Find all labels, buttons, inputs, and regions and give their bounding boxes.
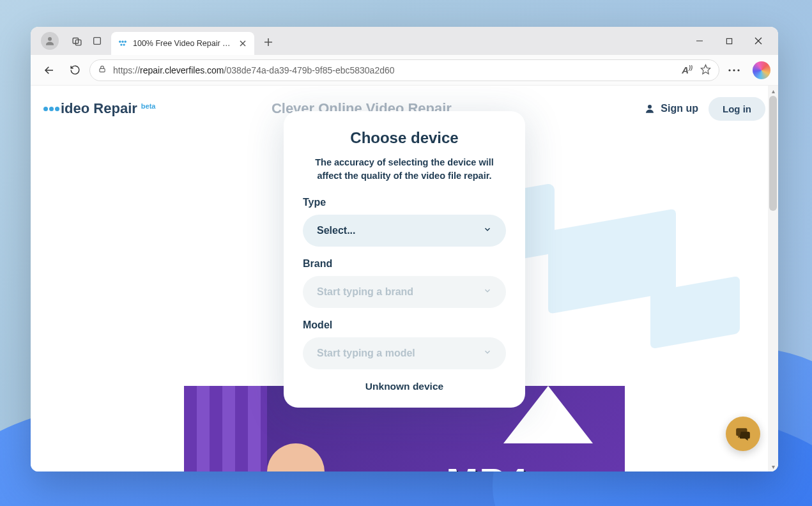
svg-point-23 <box>648 105 652 109</box>
svg-point-7 <box>120 43 122 45</box>
workspaces-icon[interactable] <box>66 31 87 51</box>
type-label: Type <box>303 197 506 208</box>
settings-more-button[interactable] <box>723 59 745 81</box>
tab-actions-icon[interactable] <box>87 31 107 51</box>
svg-point-6 <box>125 41 126 43</box>
choose-device-modal: Choose device The accuracy of selecting … <box>284 111 525 408</box>
tab-title: 100% Free Video Repair Tool Onli… <box>133 39 233 48</box>
modal-subtitle: The accuracy of selecting the device wil… <box>299 156 510 183</box>
svg-point-21 <box>733 69 735 71</box>
logo-dots-icon <box>43 107 59 111</box>
signup-link[interactable]: Sign up <box>644 103 698 114</box>
chevron-down-icon <box>483 348 492 359</box>
chat-icon <box>735 425 751 442</box>
chat-button[interactable] <box>726 417 760 451</box>
browser-profile-button[interactable] <box>41 32 59 50</box>
new-tab-button[interactable] <box>258 32 279 52</box>
login-button[interactable]: Log in <box>709 97 765 121</box>
svg-point-5 <box>121 41 123 43</box>
site-lock-icon[interactable] <box>98 65 107 75</box>
model-select[interactable]: Start typing a model <box>303 337 506 369</box>
window-close-button[interactable] <box>744 29 773 52</box>
brand-select[interactable]: Start typing a brand <box>303 276 506 308</box>
window-controls <box>685 29 773 52</box>
browser-window: 100% Free Video Repair Tool Onli… <box>31 27 778 471</box>
browser-tab[interactable]: 100% Free Video Repair Tool Onli… <box>111 32 254 55</box>
browser-toolbar: https://repair.cleverfiles.com/038de74a-… <box>31 55 778 86</box>
type-select[interactable]: Select... <box>303 215 506 247</box>
tab-favicon-icon <box>118 38 128 49</box>
svg-point-8 <box>123 43 125 45</box>
page-content: ideo Repair beta Clever Online Video Rep… <box>31 86 778 471</box>
svg-point-20 <box>728 69 730 71</box>
scrollbar-thumb[interactable] <box>769 96 777 211</box>
svg-rect-3 <box>94 38 101 45</box>
svg-marker-19 <box>701 65 710 73</box>
svg-point-4 <box>119 41 121 43</box>
address-bar[interactable]: https://repair.cleverfiles.com/038de74a-… <box>89 59 719 81</box>
tab-close-button[interactable] <box>238 38 248 49</box>
back-button[interactable] <box>38 59 60 81</box>
svg-rect-18 <box>100 68 105 72</box>
copilot-icon[interactable] <box>753 61 770 79</box>
svg-rect-14 <box>726 38 732 43</box>
window-minimize-button[interactable] <box>685 29 714 52</box>
refresh-button[interactable] <box>64 59 86 81</box>
unknown-device-link[interactable]: Unknown device <box>299 381 510 392</box>
user-icon <box>644 103 655 114</box>
favorite-icon[interactable] <box>700 64 711 77</box>
model-label: Model <box>303 319 506 331</box>
modal-title: Choose device <box>299 129 510 147</box>
browser-titlebar: 100% Free Video Repair Tool Onli… <box>31 27 778 55</box>
url-text: https://repair.cleverfiles.com/038de74a-… <box>113 65 395 75</box>
window-maximize-button[interactable] <box>714 29 744 52</box>
chevron-down-icon <box>483 286 492 298</box>
svg-point-0 <box>48 37 52 41</box>
svg-point-22 <box>737 69 739 71</box>
scroll-up-icon[interactable]: ▴ <box>768 86 778 96</box>
brand-label: Brand <box>303 258 506 270</box>
scrollbar[interactable]: ▴ ▾ <box>768 86 778 471</box>
thumbnail-text: MP4 <box>446 460 528 472</box>
read-aloud-icon[interactable]: A)) <box>682 65 693 75</box>
chevron-down-icon <box>483 225 492 236</box>
